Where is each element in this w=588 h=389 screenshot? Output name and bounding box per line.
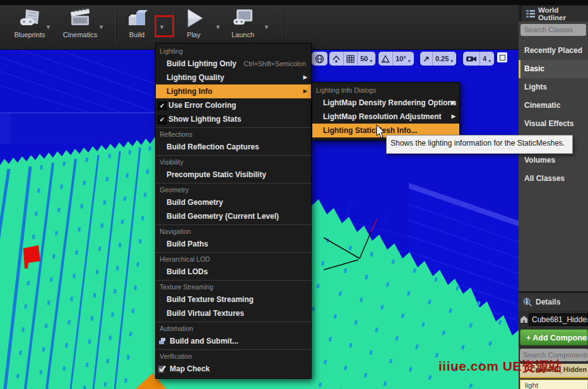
menu-item-build-geometry[interactable]: Build Geometry [156, 195, 311, 209]
blueprints-label: Blueprints [5, 31, 54, 38]
details-filter-input[interactable]: light [520, 380, 588, 389]
play-button[interactable]: Play [169, 8, 218, 38]
tooltip: Shows the lighting information for the S… [386, 135, 573, 154]
category-label: Recently Placed [524, 46, 582, 55]
scale-snap-value-button[interactable]: 0.25 ▼ [432, 52, 456, 66]
add-component-label: + Add Component [526, 334, 588, 342]
camera-speed-button[interactable] [463, 52, 479, 66]
search-placeholder: Search Classes [524, 26, 573, 33]
submenu-arrow-icon: ▶ [452, 96, 456, 110]
menu-item-build-and-submit[interactable]: Build and Submit... [156, 334, 311, 348]
menu-section-geometry: Geometry Build Geometry Build Geometry (… [156, 183, 311, 224]
category-basic[interactable]: Basic [519, 60, 588, 78]
category-label: Visual Effects [524, 119, 573, 128]
details-info-icon [523, 298, 532, 306]
menu-item-label: Build and Submit... [170, 337, 238, 345]
menu-item-build-lighting-only[interactable]: Build Lighting Only Ctrl+Shift+Semicolon [156, 57, 311, 71]
category-cinematic[interactable]: Cinematic [519, 96, 588, 115]
camera-speed-group: 4 ▼ [463, 52, 494, 66]
menu-item-map-check[interactable]: Map Check [156, 362, 311, 376]
menu-item-build-texture-streaming[interactable]: Build Texture Streaming [156, 293, 311, 306]
section-header: Hierarchical LOD [156, 254, 311, 265]
section-header: Verification [156, 351, 311, 362]
category-label: Basic [524, 64, 544, 73]
section-header: Texture Streaming [156, 282, 311, 293]
menu-item-label: Build Lighting Only [167, 59, 237, 68]
blueprints-button[interactable]: Blueprints [5, 8, 54, 38]
menu-item-build-virtual-textures[interactable]: Build Virtual Textures [156, 306, 311, 320]
play-label: Play [169, 31, 218, 38]
category-visual-effects[interactable]: Visual Effects [519, 115, 588, 133]
menu-item-precompute-static-visibility[interactable]: Precompute Static Visibility [156, 168, 311, 182]
scale-snap-toggle-button[interactable]: ↗ [420, 52, 432, 66]
unreal-editor-window: Blueprints ▼ Cinematics ▼ Build ▼ [0, 0, 588, 389]
menu-item-lighting-info[interactable]: Lighting Info ▶ [156, 84, 311, 98]
category-all-classes[interactable]: All Classes [519, 170, 588, 188]
left-slab [0, 113, 155, 144]
launch-caret-icon[interactable]: ▼ [264, 24, 269, 30]
menu-section-visibility: Visibility Precompute Static Visibility [156, 155, 311, 183]
grid-snap-value: 50 [360, 55, 368, 62]
menu-item-label: LightMap Resolution Adjustment [323, 112, 442, 121]
menu-item-label: Show Lighting Stats [168, 115, 241, 124]
launch-label: Launch [218, 31, 268, 38]
tab-details[interactable]: Details [519, 294, 588, 310]
actor-name-value: Cube681_Hidden [532, 315, 588, 324]
rotation-snap-toggle-button[interactable] [379, 52, 392, 66]
category-lights[interactable]: Lights [519, 78, 588, 96]
launch-button[interactable]: Launch [218, 8, 268, 38]
menu-item-lightmap-resolution-adjustment[interactable]: LightMap Resolution Adjustment ▶ [312, 110, 459, 124]
play-caret-icon[interactable]: ▼ [215, 24, 221, 30]
menu-item-label: Build Geometry [167, 198, 223, 207]
add-component-button[interactable]: + Add Component [520, 329, 588, 345]
menu-item-build-lods[interactable]: Build LODs [156, 265, 311, 279]
maximize-icon [500, 55, 505, 61]
menu-item-label: Lighting StaticMesh Info... [323, 126, 417, 135]
cinematics-button[interactable]: Cinematics [56, 8, 105, 38]
menu-item-lighting-quality[interactable]: Lighting Quality ▶ [156, 71, 311, 84]
category-volumes[interactable]: Volumes [519, 151, 588, 170]
scale-snap-value: 0.25 [435, 55, 449, 62]
tab-world-outliner[interactable]: World Outliner [522, 6, 588, 21]
menu-item-show-lighting-stats[interactable]: ✓ Show Lighting Stats [156, 112, 311, 126]
angle-icon [381, 55, 390, 63]
world-local-transform-button[interactable] [312, 52, 327, 66]
checkbox-checked-icon[interactable]: ✓ [158, 115, 167, 124]
menu-item-label: Build Virtual Textures [167, 309, 244, 318]
globe-icon [315, 54, 324, 64]
grid-icon [346, 55, 355, 63]
camera-icon [466, 55, 477, 62]
menu-item-lightmap-density-rendering-options[interactable]: LightMap Density Rendering Options ▶ [312, 96, 459, 110]
checkbox-checked-icon[interactable]: ✓ [158, 102, 167, 110]
section-header: Lighting [156, 46, 311, 57]
search-classes-input[interactable]: Search Classes [520, 24, 586, 36]
menu-section-automation: Automation Build and Submit... [156, 322, 311, 349]
menu-item-build-reflection-captures[interactable]: Build Reflection Captures [156, 140, 311, 154]
grid-snap-value-button[interactable]: 50 ▼ [357, 52, 375, 66]
menu-section-lighting: Lighting Build Lighting Only Ctrl+Shift+… [156, 45, 311, 127]
menu-item-build-geometry-current-level[interactable]: Build Geometry (Current Level) [156, 209, 311, 223]
blueprints-caret-icon[interactable]: ▼ [45, 24, 51, 30]
menu-item-label: Build Paths [167, 240, 208, 248]
surface-snap-button[interactable] [329, 52, 343, 66]
category-label: Cinematic [524, 101, 560, 110]
maximize-viewport-button[interactable] [497, 52, 507, 62]
section-header: Automation [156, 323, 311, 334]
camera-speed-value: 4 [483, 55, 486, 62]
category-label: Volumes [524, 156, 555, 165]
watermark-text: iiiue.com UE资源站 [438, 357, 563, 375]
submenu-arrow-icon: ▶ [303, 71, 307, 84]
menu-item-label: Map Check [170, 364, 209, 373]
menu-section-hierarchical-lod: Hierarchical LOD Build LODs [156, 252, 311, 280]
camera-speed-value-button[interactable]: 4 ▼ [479, 52, 494, 66]
menu-item-label: Use Error Coloring [168, 101, 236, 110]
tooltip-text: Shows the lighting information for the S… [391, 139, 565, 148]
rotation-snap-value-button[interactable]: 10° ▼ [392, 52, 414, 66]
cinematics-caret-icon[interactable]: ▼ [98, 24, 104, 30]
grid-snap-toggle-button[interactable] [343, 52, 357, 66]
blueprints-icon [18, 8, 42, 30]
menu-item-use-error-coloring[interactable]: ✓ Use Error Coloring [156, 98, 311, 112]
actor-name-field[interactable]: Cube681_Hidden [529, 313, 588, 326]
category-recently-placed[interactable]: Recently Placed [519, 42, 588, 60]
menu-item-build-paths[interactable]: Build Paths [156, 237, 311, 251]
